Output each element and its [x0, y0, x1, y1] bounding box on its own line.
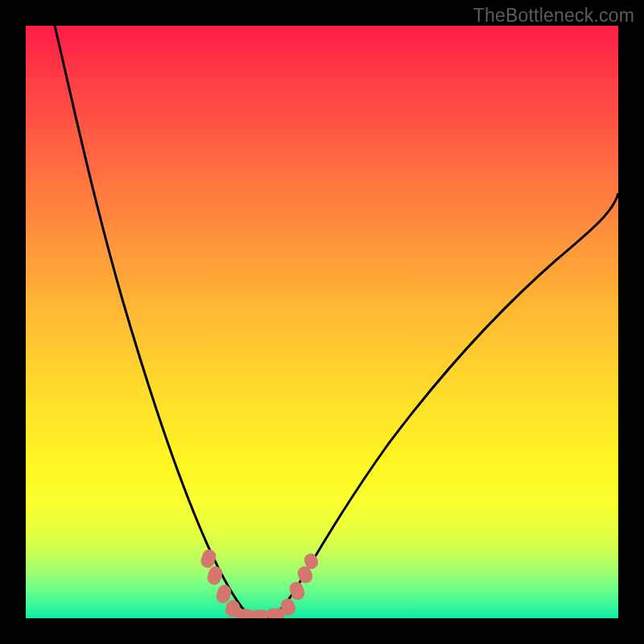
- svg-rect-1: [206, 565, 224, 586]
- svg-rect-4: [235, 609, 253, 618]
- curve-layer: [26, 26, 618, 618]
- plot-area: [26, 26, 618, 618]
- left-curve: [55, 26, 258, 618]
- chart-frame: TheBottleneck.com: [0, 0, 644, 644]
- valley-markers: [200, 548, 320, 618]
- right-curve: [267, 193, 618, 618]
- watermark-text: TheBottleneck.com: [473, 5, 634, 27]
- svg-rect-0: [200, 548, 217, 569]
- svg-rect-5: [251, 610, 269, 618]
